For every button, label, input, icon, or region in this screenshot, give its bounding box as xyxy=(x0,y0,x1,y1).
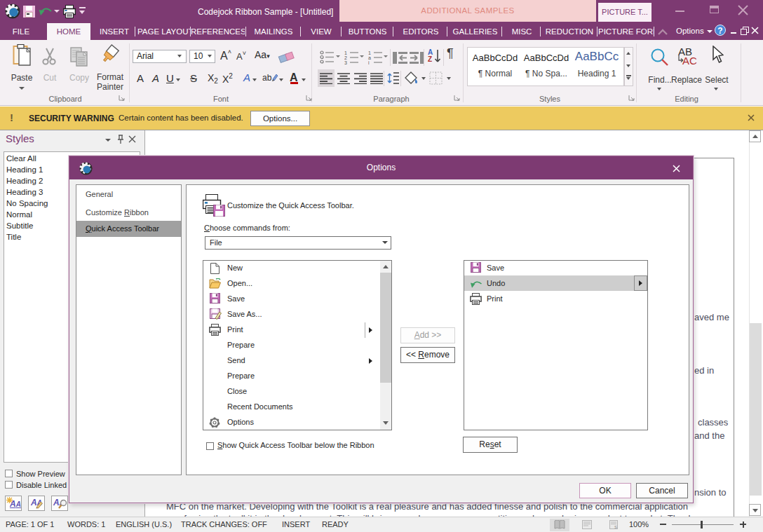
svg-text:3: 3 xyxy=(344,60,347,64)
svg-text:s: s xyxy=(614,524,617,529)
svg-text:1: 1 xyxy=(344,50,347,55)
svg-text:a: a xyxy=(368,55,371,60)
svg-text:1: 1 xyxy=(368,50,371,55)
svg-text:i: i xyxy=(368,60,370,64)
svg-text:2: 2 xyxy=(344,55,347,60)
